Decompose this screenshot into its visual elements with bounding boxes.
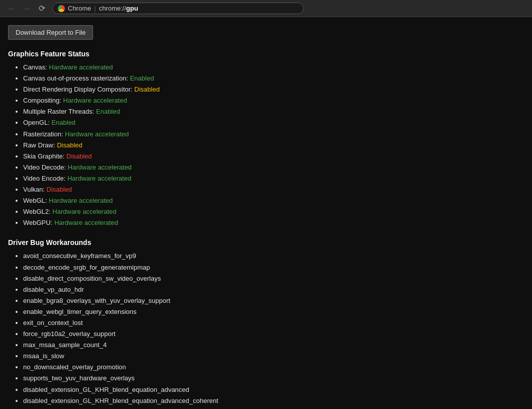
list-item: Rasterization: Hardware accelerated bbox=[23, 129, 524, 140]
list-item: Video Decode: Hardware accelerated bbox=[23, 162, 524, 173]
list-item: max_msaa_sample_count_4 bbox=[23, 340, 524, 351]
download-report-button[interactable]: Download Report to File bbox=[8, 25, 93, 40]
list-item: WebGPU: Hardware accelerated bbox=[23, 217, 524, 228]
driver-bug-title: Driver Bug Workarounds bbox=[8, 238, 524, 247]
list-item: exit_on_context_lost bbox=[23, 317, 524, 329]
nav-buttons: ← → ⟳ bbox=[5, 2, 48, 15]
list-item: WebGL: Hardware accelerated bbox=[23, 195, 524, 206]
address-pipe: | bbox=[94, 5, 96, 12]
back-button[interactable]: ← bbox=[5, 2, 18, 15]
list-item: avoid_consecutive_keyframes_for_vp9 bbox=[23, 251, 524, 262]
list-item: Canvas: Hardware accelerated bbox=[23, 62, 524, 73]
list-item: Video Encode: Hardware accelerated bbox=[23, 173, 524, 184]
list-item: Raw Draw: Disabled bbox=[23, 140, 524, 151]
list-item: Skia Graphite: Disabled bbox=[23, 151, 524, 162]
list-item: disable_direct_composition_sw_video_over… bbox=[23, 273, 524, 284]
url-prefix: chrome:// bbox=[99, 5, 126, 12]
list-item: Compositing: Hardware accelerated bbox=[23, 95, 524, 106]
list-item: msaa_is_slow bbox=[23, 351, 524, 362]
list-item: disabled_extension_GL_KHR_blend_equation… bbox=[23, 395, 524, 406]
list-item: disabled_extension_GL_MESA_framebuffer_f… bbox=[23, 406, 524, 409]
address-bar[interactable]: Chrome | chrome://gpu bbox=[52, 3, 304, 14]
list-item: force_rgb10a2_overlay_support bbox=[23, 329, 524, 340]
list-item: Direct Rendering Display Compositor: Dis… bbox=[23, 84, 524, 95]
browser-chrome: ← → ⟳ Chrome | chrome://gpu bbox=[0, 0, 532, 17]
list-item: enable_webgl_timer_query_extensions bbox=[23, 306, 524, 317]
chrome-icon bbox=[58, 5, 65, 12]
list-item: disabled_extension_GL_KHR_blend_equation… bbox=[23, 384, 524, 395]
page-content: Download Report to File Graphics Feature… bbox=[0, 17, 532, 409]
list-item: no_downscaled_overlay_promotion bbox=[23, 362, 524, 373]
forward-button[interactable]: → bbox=[20, 2, 33, 15]
url-highlight: gpu bbox=[126, 5, 138, 12]
list-item: Canvas out-of-process rasterization: Ena… bbox=[23, 73, 524, 84]
list-item: supports_two_yuv_hardware_overlays bbox=[23, 373, 524, 384]
list-item: OpenGL: Enabled bbox=[23, 117, 524, 128]
graphics-feature-title: Graphics Feature Status bbox=[8, 50, 524, 58]
list-item: disable_vp_auto_hdr bbox=[23, 284, 524, 295]
graphics-feature-section: Graphics Feature Status Canvas: Hardware… bbox=[8, 50, 524, 228]
reload-button[interactable]: ⟳ bbox=[35, 2, 48, 15]
list-item: Vulkan: Disabled bbox=[23, 184, 524, 195]
browser-title: Chrome bbox=[68, 5, 91, 12]
address-url: chrome://gpu bbox=[99, 5, 138, 12]
list-item: enable_bgra8_overlays_with_yuv_overlay_s… bbox=[23, 295, 524, 306]
list-item: WebGL2: Hardware accelerated bbox=[23, 206, 524, 217]
graphics-feature-list: Canvas: Hardware accelerated Canvas out-… bbox=[8, 62, 524, 228]
list-item: Multiple Raster Threads: Enabled bbox=[23, 106, 524, 117]
driver-bug-section: Driver Bug Workarounds avoid_consecutive… bbox=[8, 238, 524, 409]
list-item: decode_encode_srgb_for_generatemipmap bbox=[23, 262, 524, 273]
driver-bug-list: avoid_consecutive_keyframes_for_vp9 deco… bbox=[8, 251, 524, 409]
